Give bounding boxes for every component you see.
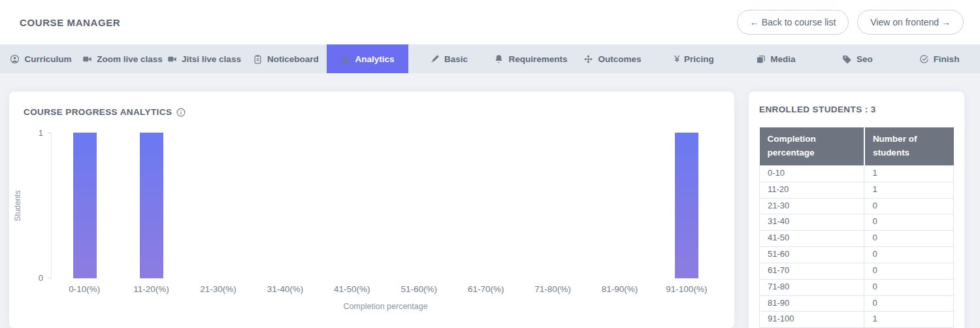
move-arrows-icon — [583, 54, 593, 64]
y-tickmark — [48, 278, 51, 278]
bar-column — [186, 133, 252, 278]
topbar: COURSE MANAGER ← Back to course list Vie… — [0, 0, 980, 44]
x-tick-label: 81-90(%) — [586, 284, 653, 294]
table-cell: 71-80 — [760, 279, 864, 295]
bar-chart: Students 1 0 0-10(%)11-20(%)21-30(%)31-4… — [24, 133, 720, 311]
table-cell: 1 — [864, 165, 954, 182]
tab-label: Outcomes — [598, 54, 641, 64]
tab-zoom-live-class[interactable]: Zoom live class — [82, 44, 163, 73]
table-row: 61-700 — [760, 263, 954, 279]
table-cell: 1 — [864, 312, 954, 328]
video-camera-icon — [167, 54, 177, 64]
column-header-completion-percentage: Completion percentage — [760, 127, 864, 165]
table-cell: 0 — [864, 279, 954, 295]
x-tick-label: 91-100(%) — [653, 284, 720, 294]
y-tick-label: 1 — [39, 128, 43, 138]
bar — [73, 133, 97, 278]
tab-label: Media — [770, 54, 795, 64]
table-cell: 51-60 — [760, 247, 864, 263]
page-title: COURSE MANAGER — [20, 17, 120, 28]
media-images-icon — [756, 54, 766, 64]
x-tick-label: 11-20(%) — [118, 284, 184, 294]
table-cell: 31-40 — [760, 214, 864, 231]
bar-column — [118, 133, 185, 278]
table-row: 91-1001 — [760, 312, 954, 328]
enrolled-students-table: Completion percentage Number of students… — [759, 127, 954, 328]
bar-column — [319, 133, 385, 278]
tab-finish[interactable]: Finish — [898, 44, 980, 73]
table-cell: 0 — [864, 263, 954, 279]
bar — [675, 133, 698, 278]
table-cell: 0 — [864, 214, 954, 231]
table-cell: 61-70 — [760, 263, 864, 279]
table-row: 0-101 — [760, 165, 954, 182]
tab-basic[interactable]: Basic — [408, 44, 490, 73]
bar-column — [653, 133, 720, 278]
tab-label: Finish — [934, 54, 960, 64]
table-cell: 41-50 — [760, 231, 864, 247]
course-manager-tabs: Curriculum Zoom live class Jitsi live cl… — [0, 44, 980, 73]
bar-column — [453, 133, 519, 278]
enrolled-students-card: ENROLLED STUDENTS : 3 Completion percent… — [749, 91, 964, 328]
x-tick-label: 0-10(%) — [51, 284, 118, 294]
table-cell: 21-30 — [760, 198, 864, 214]
x-tick-label: 61-70(%) — [452, 284, 519, 294]
bell-icon — [494, 54, 504, 64]
table-cell: 0 — [864, 198, 954, 214]
x-tick-label: 21-30(%) — [185, 284, 252, 294]
tab-curriculum[interactable]: Curriculum — [0, 44, 82, 73]
table-cell: 0-10 — [760, 165, 864, 182]
table-cell: 81-90 — [760, 295, 864, 312]
enrolled-students-title: ENROLLED STUDENTS : 3 — [759, 105, 954, 114]
x-axis-title: Completion percentage — [51, 302, 720, 311]
x-tick-label: 31-40(%) — [252, 284, 318, 294]
bar-column — [385, 133, 452, 278]
table-row: 71-800 — [760, 279, 954, 295]
tab-label: Noticeboard — [267, 54, 319, 64]
table-row: 41-500 — [760, 231, 954, 247]
view-on-frontend-button[interactable]: View on frontend → — [857, 10, 964, 35]
tab-requirements[interactable]: Requirements — [490, 44, 572, 73]
bar-column — [586, 133, 653, 278]
main-content: COURSE PROGRESS ANALYTICS Students 1 0 0… — [0, 73, 980, 328]
bar-chart-plot — [51, 133, 720, 278]
table-row: 11-201 — [760, 182, 954, 198]
table-cell: 11-20 — [760, 182, 864, 198]
tab-label: Seo — [857, 54, 873, 64]
y-axis: Students 1 0 — [24, 133, 51, 278]
table-cell: 1 — [864, 182, 954, 198]
table-cell: 91-100 — [760, 312, 864, 328]
pen-icon — [431, 54, 440, 63]
tag-icon — [842, 54, 852, 64]
enrolled-table-body: 0-10111-20121-30031-40041-50051-60061-70… — [760, 165, 954, 327]
yen-icon: ¥ — [674, 54, 679, 64]
tab-seo[interactable]: Seo — [817, 44, 898, 73]
tab-noticeboard[interactable]: Noticeboard — [245, 44, 327, 73]
tab-media[interactable]: Media — [735, 44, 817, 73]
clipboard-icon — [253, 54, 263, 64]
table-row: 21-300 — [760, 198, 954, 214]
user-circle-icon — [10, 54, 20, 64]
topbar-actions: ← Back to course list View on frontend → — [737, 10, 964, 35]
analytics-card-title: COURSE PROGRESS ANALYTICS — [24, 107, 172, 117]
x-axis-labels: 0-10(%)11-20(%)21-30(%)31-40(%)41-50(%)5… — [51, 284, 720, 294]
info-icon[interactable] — [176, 108, 186, 117]
tab-pricing[interactable]: ¥ Pricing — [653, 44, 735, 73]
back-to-course-list-button[interactable]: ← Back to course list — [737, 10, 849, 35]
tab-analytics[interactable]: Analytics — [327, 44, 408, 73]
tab-label: Jitsi live class — [182, 54, 241, 64]
check-circle-icon — [919, 54, 929, 64]
tab-label: Analytics — [355, 54, 394, 64]
tab-jitsi-live-class[interactable]: Jitsi live class — [163, 44, 245, 73]
y-axis-title: Students — [13, 190, 22, 221]
bar — [140, 133, 163, 278]
table-cell: 0 — [864, 231, 954, 247]
x-tick-label: 41-50(%) — [319, 284, 385, 294]
bar-column — [519, 133, 586, 278]
tab-outcomes[interactable]: Outcomes — [572, 44, 653, 73]
column-header-number-of-students: Number of students — [864, 127, 954, 165]
tab-label: Pricing — [684, 54, 714, 64]
table-row: 51-600 — [760, 247, 954, 263]
bar-chart-icon — [340, 54, 350, 64]
y-tick-label: 0 — [39, 273, 43, 283]
